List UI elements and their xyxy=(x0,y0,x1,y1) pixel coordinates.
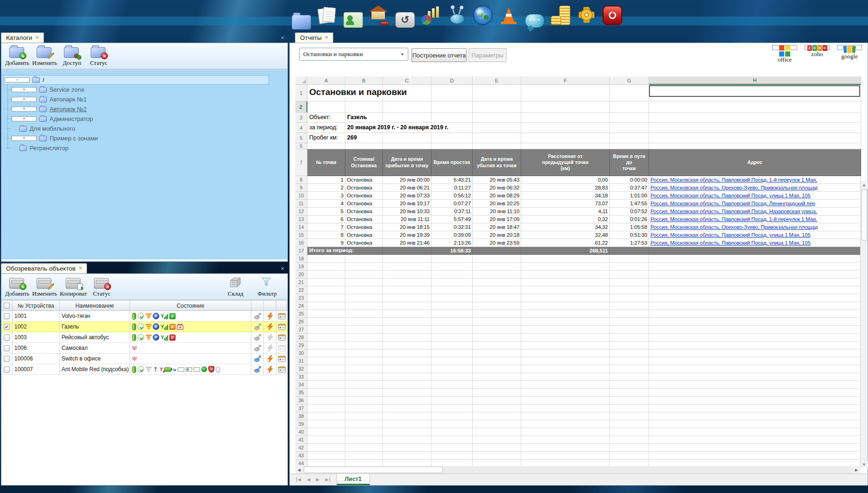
finance-dock-icon[interactable] xyxy=(551,6,570,25)
sheet-cell[interactable] xyxy=(649,278,861,286)
sheet-cell[interactable] xyxy=(431,85,473,101)
sheet-cell[interactable] xyxy=(431,381,473,389)
tree-item[interactable]: +Автопарк №1 xyxy=(12,95,286,104)
row-header-21[interactable]: 21 xyxy=(295,278,307,286)
sheet-cell[interactable] xyxy=(521,381,610,389)
report-cell[interactable]: 20 янв 07:33 xyxy=(383,192,431,200)
report-cell[interactable]: 1 xyxy=(307,176,345,184)
report-cell[interactable]: Остановка xyxy=(345,231,383,239)
row-header-42[interactable]: 42 xyxy=(295,444,307,452)
sheet-cell[interactable] xyxy=(431,101,473,113)
sheet-cell[interactable] xyxy=(383,428,431,436)
sheet-cell[interactable] xyxy=(649,389,861,397)
row-header-26[interactable]: 26 xyxy=(295,318,307,326)
parameters-button[interactable]: Параметры xyxy=(468,48,506,62)
tab-object-browser[interactable]: Обозреватель объектов × xyxy=(1,263,87,273)
sheet-cell[interactable] xyxy=(610,389,649,397)
row-header-25[interactable]: 25 xyxy=(295,310,307,318)
sheet-cell[interactable] xyxy=(431,428,473,436)
sheet-cell[interactable] xyxy=(473,310,521,318)
sheet-cell[interactable] xyxy=(345,302,383,310)
sheet-cell[interactable] xyxy=(610,405,649,412)
sheet-cell[interactable] xyxy=(521,452,610,460)
report-cell[interactable]: 0:01:26 xyxy=(610,215,649,223)
sheet-cell[interactable] xyxy=(473,334,521,341)
device-row[interactable]: 100007Ant Mobile Red (подсобка)↑Y»× xyxy=(1,364,287,375)
sheet-cell[interactable] xyxy=(431,341,473,349)
sheet-cell[interactable] xyxy=(649,420,861,428)
expand-icon[interactable]: + xyxy=(12,97,37,102)
report-cell[interactable]: 0:51:30 xyxy=(610,231,649,239)
sheet-cell[interactable] xyxy=(383,349,431,357)
row-header-4[interactable]: 4 xyxy=(295,123,307,133)
row-header-19[interactable]: 19 xyxy=(295,263,307,271)
scroll-right-icon[interactable]: ▶ xyxy=(853,466,860,474)
documents-dock-icon[interactable] xyxy=(318,6,337,25)
sheet-cell[interactable] xyxy=(383,294,431,302)
sheet-cell[interactable] xyxy=(521,302,610,310)
sheet-cell[interactable] xyxy=(345,373,383,381)
panel-close-icon[interactable]: × xyxy=(281,265,284,272)
sheet-cell[interactable] xyxy=(307,365,345,373)
row-header-12[interactable]: 12 xyxy=(295,208,307,215)
column-header-state[interactable]: Состояние xyxy=(130,301,251,310)
sheet-cell[interactable] xyxy=(431,334,473,341)
column-header-link[interactable] xyxy=(251,301,264,310)
catalogs-add-button[interactable]: +Добавить xyxy=(5,45,29,67)
sheet-prev-icon[interactable]: ◀ xyxy=(307,477,310,482)
sheet-cell[interactable] xyxy=(649,349,861,357)
horizontal-scrollbar[interactable]: ◀ ▶ xyxy=(295,466,860,474)
sheet-cell[interactable] xyxy=(521,255,610,263)
sheet-cell[interactable] xyxy=(431,271,473,278)
sheet-cell[interactable] xyxy=(610,349,649,357)
sheet-cell[interactable] xyxy=(649,397,861,405)
device-row[interactable]: 1006СамосвалΨ xyxy=(1,343,287,354)
report-cell[interactable]: 6 xyxy=(307,215,345,223)
sheet-cell[interactable] xyxy=(383,381,431,389)
report-cell[interactable]: 20 янв 11:10 xyxy=(473,208,521,215)
sheet-cell[interactable] xyxy=(345,263,383,271)
sheet-cell[interactable] xyxy=(345,428,383,436)
report-cell[interactable]: 20 янв 17:09 xyxy=(473,215,521,223)
expand-icon[interactable]: + xyxy=(12,116,37,121)
sheet-cell[interactable] xyxy=(521,310,610,318)
sheet-cell[interactable] xyxy=(521,444,610,452)
report-cell[interactable]: 20 янв 06:32 xyxy=(473,184,521,192)
sheet-cell[interactable] xyxy=(307,302,345,310)
sheet-cell[interactable] xyxy=(431,113,473,123)
device-row[interactable]: 1001Volvo-тягачPYF xyxy=(1,311,287,322)
report-cell[interactable]: 1:27:53 xyxy=(610,239,649,247)
sheet-cell[interactable] xyxy=(307,341,345,349)
report-cell[interactable]: Остановка xyxy=(345,200,383,208)
report-cell[interactable]: 20 янв 08:29 xyxy=(473,192,521,200)
backup-dock-icon[interactable] xyxy=(395,12,415,28)
sheet-cell[interactable] xyxy=(521,263,610,271)
sheet-cell[interactable] xyxy=(307,436,345,444)
report-cell[interactable]: Остановка xyxy=(345,208,383,215)
sheet-cell[interactable] xyxy=(307,271,345,278)
report-cell[interactable]: 20 янв 20:18 xyxy=(473,231,521,239)
row-header-27[interactable]: 27 xyxy=(295,326,307,334)
report-cell[interactable]: 0:00:00 xyxy=(610,176,649,184)
sheet-cell[interactable] xyxy=(649,302,861,310)
sheet-cell[interactable] xyxy=(521,286,610,294)
report-cell[interactable]: Остановка xyxy=(345,184,383,192)
export-zoho-button[interactable]: ZOHOzoho xyxy=(805,45,830,50)
sheet-cell[interactable] xyxy=(610,365,649,373)
sheet-cell[interactable] xyxy=(345,349,383,357)
vertical-scroll-thumb[interactable] xyxy=(862,190,867,240)
report-cell[interactable]: 5:43:21 xyxy=(431,176,473,184)
sheet-cell[interactable] xyxy=(610,263,649,271)
sheet-first-icon[interactable]: ◀ xyxy=(296,477,301,482)
report-cell[interactable]: 20 янв 18:15 xyxy=(383,223,431,231)
sheet-cell[interactable] xyxy=(473,278,521,286)
sheet-cell[interactable] xyxy=(521,113,610,123)
sheet-cell[interactable] xyxy=(473,349,521,357)
sheet-cell[interactable] xyxy=(473,452,521,460)
sheet-cell[interactable] xyxy=(383,373,431,381)
report-cell[interactable]: 0,00 xyxy=(521,176,610,184)
column-header-C[interactable]: C xyxy=(383,76,431,85)
sheet-cell[interactable] xyxy=(431,302,473,310)
column-header-H[interactable]: H xyxy=(649,76,861,85)
sheet-cell[interactable] xyxy=(610,420,649,428)
